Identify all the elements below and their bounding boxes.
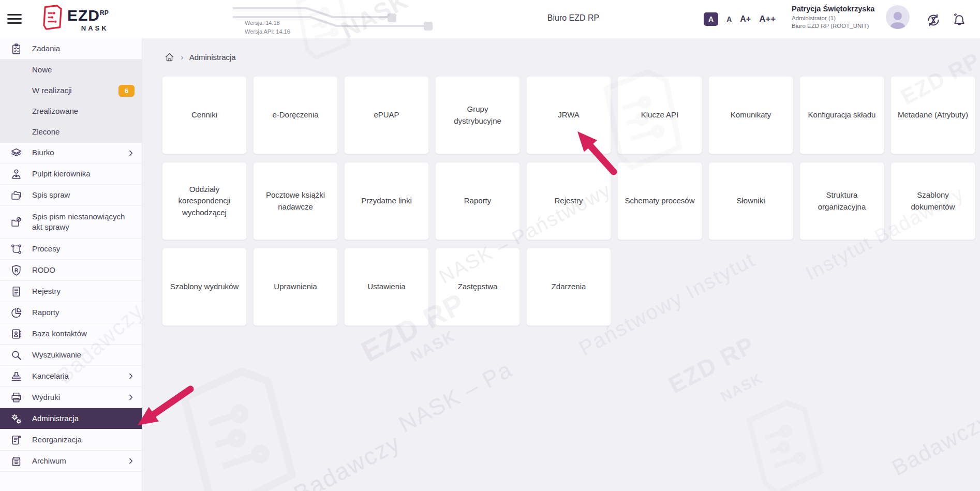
app-logo: EZDRP NASK [39,5,109,32]
sidebar-item-nowe[interactable]: Nowe [0,59,142,80]
administracja-icon [9,412,23,425]
card-rejestry[interactable]: Rejestry [526,162,611,240]
logo-wordmark: EZDRP [67,8,109,23]
font-size-a-plus-plus-button[interactable]: A++ [759,14,776,24]
card-metadane-atrybuty[interactable]: Metadane (Atrybuty) [890,76,975,154]
sidebar-navigation: ZadaniaNoweW realizacji6ZrealizowaneZlec… [0,38,142,491]
user-unit: Biuro EZD RP (ROOT_UNIT) [792,22,884,31]
card-zdarzenia[interactable]: Zdarzenia [526,248,611,326]
logo-nask-label: NASK [81,24,109,32]
card-label: Grupy dystrybucyjne [442,103,513,127]
card-label: Uprawnienia [274,281,317,293]
card-label: ePUAP [374,109,399,121]
card-zastepstwa[interactable]: Zastępstwa [435,248,520,326]
chevron-right-icon [127,150,135,157]
card-label: Ustawienia [367,281,405,293]
card-struktura-organizacyjna[interactable]: Struktura organizacyjna [799,162,884,240]
sidebar-item-raporty[interactable]: Raporty [0,302,142,323]
card-schematy-procesow[interactable]: Schematy procesów [617,162,702,240]
rodo-icon [9,263,23,277]
card-raporty[interactable]: Raporty [435,162,520,240]
card-grupy-dystrybucyjne[interactable]: Grupy dystrybucyjne [435,76,520,154]
sidebar-item-label: Wyszukiwanie [32,348,135,362]
sidebar-item-label: Kancelaria [32,369,127,383]
sidebar-item-rodo[interactable]: RODO [0,260,142,281]
menu-toggle-icon[interactable] [7,12,22,25]
card-epuap[interactable]: ePUAP [344,76,429,154]
sidebar-item-rejestry[interactable]: Rejestry [0,281,142,302]
version-info: Wersja: 14.18 Wersja API: 14.16 [245,19,290,36]
card-jrwa[interactable]: JRWA [526,76,611,154]
sidebar-item-zrealizowane[interactable]: Zrealizowane [0,101,142,122]
kancelaria-icon [9,369,23,383]
card-szablony-dokumentow[interactable]: Szablony dokumentów [890,162,975,240]
sidebar-item-label: Baza kontaktów [32,326,135,341]
procesy-icon [9,242,23,256]
raporty-icon [9,306,23,319]
session-timer-icon[interactable] [926,12,941,28]
sidebar-item-label: Spis spraw [32,188,135,202]
sidebar-item-zadania[interactable]: Zadania [0,38,142,59]
breadcrumb-current: Administracja [189,53,236,62]
sidebar-item-label: Zadania [32,41,135,56]
card-label: e-Doręczenia [272,109,318,121]
user-role: Administrator (1) [792,14,884,23]
sidebar-item-reorganizacja[interactable]: Reorganizacja [0,429,142,451]
top-bar: EZDRP NASK Wersja: 14.18 Wersja API: 14.… [0,0,980,38]
spis-spraw-icon [9,188,23,202]
sidebar-item-biurko[interactable]: Biurko [0,142,142,163]
baza-kontaktow-icon [9,327,23,340]
card-konfiguracja-skladu[interactable]: Konfiguracja składu [799,76,884,154]
home-icon[interactable] [164,52,175,63]
count-badge: 6 [118,85,135,97]
card-label: Schematy procesów [625,195,694,207]
sidebar-item-wydruki[interactable]: Wydruki [0,387,142,408]
card-label: Szablony dokumentów [898,189,968,213]
card-uprawnienia[interactable]: Uprawnienia [253,248,338,326]
card-label: Rejestry [554,195,583,207]
card-przydatne-linki[interactable]: Przydatne linki [344,162,429,240]
card-klucze-api[interactable]: Klucze API [617,76,702,154]
sidebar-item-administracja[interactable]: Administracja [0,408,142,429]
card-szablony-wydrukow[interactable]: Szablony wydruków [162,248,247,326]
sidebar-item-label: Reorganizacja [32,433,135,447]
card-label: Zastępstwa [458,281,498,293]
card-e-doreczenia[interactable]: e-Doręczenia [253,76,338,154]
card-cenniki[interactable]: Cenniki [162,76,247,154]
sidebar-item-wyszukiwanie[interactable]: Wyszukiwanie [0,345,142,366]
sidebar-item-label: Procesy [32,242,135,256]
card-komunikaty[interactable]: Komunikaty [708,76,793,154]
sidebar-item-label: Wydruki [32,390,127,405]
sidebar-item-label: Nowe [32,63,135,77]
user-info[interactable]: Patrycja Świętokrzyska Administrator (1)… [792,4,884,31]
user-avatar[interactable] [886,5,910,29]
biurko-icon [9,146,23,160]
card-oddzialy-korespondencji-wychodzacej[interactable]: Oddziały korespondencji wychodzącej [162,162,247,240]
sidebar-item-label: Zlecone [32,125,135,139]
sidebar-item-label: Spis pism niestanowiących akt sprawy [32,210,135,235]
card-label: Cenniki [191,109,217,121]
main-content: › Administracja Cennikie-DoręczeniaePUAP… [142,38,980,491]
card-label: JRWA [558,109,580,121]
card-slowniki[interactable]: Słowniki [708,162,793,240]
sidebar-item-baza-kontaktow[interactable]: Baza kontaktów [0,323,142,345]
sidebar-item-pulpit-kierownika[interactable]: Pulpit kierownika [0,163,142,185]
sidebar-item-kancelaria[interactable]: Kancelaria [0,366,142,387]
card-label: Metadane (Atrybuty) [898,109,968,121]
sidebar-item-w-realizacji[interactable]: W realizacji6 [0,80,142,101]
card-label: Pocztowe książki nadawcze [260,189,331,213]
reorganizacja-icon [9,433,23,447]
card-ustawienia[interactable]: Ustawienia [344,248,429,326]
sidebar-item-zlecone[interactable]: Zlecone [0,122,142,142]
sidebar-item-spis-pism[interactable]: Spis pism niestanowiących akt sprawy [0,206,142,239]
sidebar-item-label: Administracja [32,411,135,426]
font-size-a-plus-button[interactable]: A+ [740,14,751,24]
sidebar-item-archiwum[interactable]: Archiwum [0,451,142,472]
card-pocztowe-ksiazki-nadawcze[interactable]: Pocztowe książki nadawcze [253,162,338,240]
sidebar-item-spis-spraw[interactable]: Spis spraw [0,185,142,206]
sidebar-item-procesy[interactable]: Procesy [0,239,142,260]
font-size-normal-button[interactable]: A [704,12,718,26]
font-size-a-button[interactable]: A [726,15,732,23]
notifications-bell-icon[interactable] [952,12,967,28]
card-label: Przydatne linki [361,195,412,207]
